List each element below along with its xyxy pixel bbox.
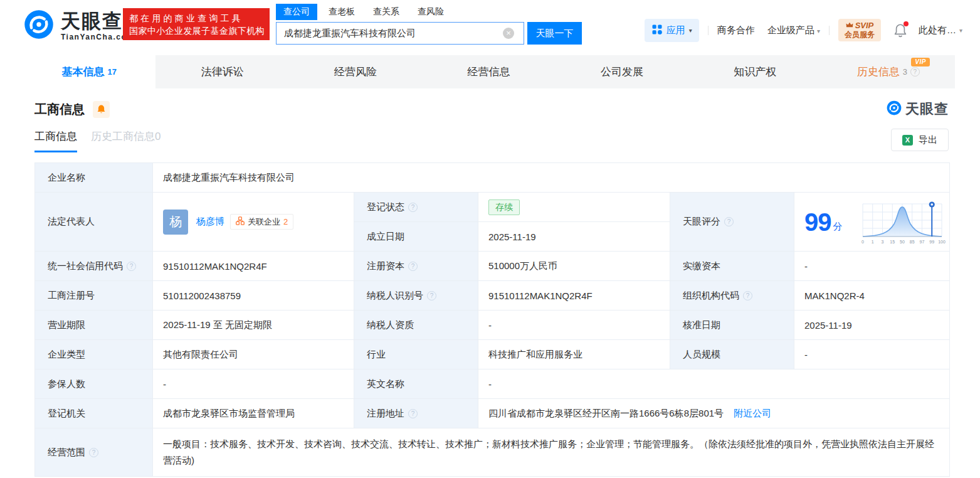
site-logo[interactable]: 天眼查 TianYanCha.com (23, 8, 134, 43)
org-code-label: 组织机构代码? (670, 281, 794, 311)
nearby-companies-link[interactable]: 附近公司 (734, 408, 771, 418)
avatar[interactable]: 杨 (163, 210, 188, 235)
svip-label: SVIP (855, 21, 874, 30)
tianyancha-eye-icon (23, 8, 55, 43)
search-tab-risk[interactable]: 查风险 (418, 6, 444, 18)
tianyan-score-value: 99 分 (794, 193, 950, 252)
tab-company-development[interactable]: 公司发展 (556, 55, 688, 88)
tab-legal-proceedings[interactable]: 法律诉讼 (155, 55, 288, 88)
watermark-logo: 天眼查 (886, 100, 949, 119)
apps-label: 应用 (667, 24, 685, 36)
registered-address-label: 注册地址? (354, 399, 478, 428)
registered-capital-value: 510000万人民币 (478, 252, 670, 281)
svg-text:99: 99 (929, 240, 934, 244)
insured-count-value: - (153, 369, 354, 399)
export-label: 导出 (919, 134, 937, 146)
tab-label: 法律诉讼 (201, 65, 244, 79)
insured-count-label: 参保人数 (35, 369, 153, 399)
status-badge: 存续 (488, 199, 520, 215)
related-companies-badge[interactable]: 关联企业 2 (230, 214, 293, 230)
registered-capital-label: 注册资本? (354, 252, 478, 281)
table-row: 企业名称 成都捷龙重振汽车科技有限公司 (35, 163, 950, 193)
related-companies-label: 关联企业 (248, 216, 280, 228)
help-icon[interactable]: ? (127, 262, 136, 271)
business-term-label: 营业期限 (35, 311, 153, 340)
svg-text:15: 15 (890, 240, 895, 244)
user-menu[interactable]: 此处有… ▾ (919, 24, 962, 36)
search-button[interactable]: 天眼一下 (527, 22, 582, 45)
table-row: 经营范围? 一般项目：技术服务、技术开发、技术咨询、技术交流、技术转让、技术推广… (35, 428, 950, 477)
subtabs-row: 工商信息 历史工商信息0 X 导出 (34, 127, 949, 152)
search-row: × 天眼一下 (276, 22, 582, 45)
registration-authority-label: 登记机关 (35, 399, 153, 428)
score-unit: 分 (833, 221, 843, 233)
search-tab-boss[interactable]: 查老板 (329, 6, 355, 18)
score-chart: 0 1 3 15 50 85 97 99 100 (859, 199, 946, 245)
paid-capital-value: - (794, 252, 950, 281)
export-button[interactable]: X 导出 (891, 129, 949, 151)
approval-date-value: 2025-11-19 (794, 311, 950, 340)
legal-rep-label: 法定代表人 (35, 193, 153, 252)
svg-text:3: 3 (882, 240, 884, 244)
clear-search-icon[interactable]: × (503, 28, 514, 39)
tab-label: 公司发展 (601, 65, 643, 79)
org-code-value: MAK1NQ2R-4 (794, 281, 950, 311)
help-icon[interactable]: ? (724, 217, 734, 226)
tab-label: 基本信息 (61, 65, 104, 79)
industry-label: 行业 (354, 340, 478, 369)
tab-intellectual-property[interactable]: 知识产权 (688, 55, 821, 88)
table-row: 统一社会信用代码? 91510112MAK1NQ2R4F 注册资本? 51000… (35, 252, 950, 281)
search-tab-relation[interactable]: 查关系 (373, 6, 399, 18)
business-scope-label: 经营范围? (35, 428, 153, 477)
tab-operating-risk[interactable]: 经营风险 (289, 55, 422, 88)
legal-rep-value: 杨 杨彦博 关联企业 (153, 193, 354, 252)
table-row: 法定代表人 杨 杨彦博 (35, 193, 950, 222)
establish-date-label: 成立日期 (354, 222, 478, 252)
help-icon[interactable]: ? (427, 291, 436, 300)
credit-code-value: 91510112MAK1NQ2R4F (153, 252, 354, 281)
nav-divider (829, 26, 830, 35)
registration-number-label: 工商注册号 (35, 281, 153, 311)
table-row: 参保人数 - 英文名称 - (35, 369, 950, 399)
enterprise-products-link[interactable]: 企业级产品 ▾ (767, 24, 820, 36)
subtab-history-registration[interactable]: 历史工商信息0 (91, 129, 161, 152)
notification-bell-button[interactable] (893, 23, 907, 38)
svg-text:1: 1 (872, 240, 874, 244)
watermark-brand: 天眼查 (905, 100, 949, 119)
credit-code-label: 统一社会信用代码? (35, 252, 153, 281)
business-term-value: 2025-11-19 至 无固定期限 (153, 311, 354, 340)
svg-text:0: 0 (861, 240, 864, 244)
help-icon[interactable]: ? (408, 203, 418, 212)
subtab-current-registration[interactable]: 工商信息 (34, 129, 77, 152)
search-tab-company[interactable]: 查公司 (276, 4, 317, 20)
related-companies-count: 2 (283, 217, 288, 226)
table-row: 营业期限 2025-11-19 至 无固定期限 纳税人资质 - 核准日期 202… (35, 311, 950, 340)
taxpayer-quality-label: 纳税人资质 (354, 311, 478, 340)
tab-count: 17 (107, 67, 116, 77)
chevron-down-icon: ▾ (817, 28, 820, 35)
tab-basic-info[interactable]: 基本信息 17 (23, 55, 155, 88)
tab-history-info[interactable]: VIP 历史信息 3 ? (822, 55, 955, 88)
svip-member-button[interactable]: SVIP 会员服务 (838, 19, 881, 41)
taxpayer-id-label: 纳税人识别号? (354, 281, 478, 311)
help-icon[interactable]: ? (743, 291, 752, 300)
tab-business-info[interactable]: 经营信息 (422, 55, 555, 88)
help-icon[interactable]: ? (408, 262, 418, 271)
search-input[interactable] (276, 22, 524, 45)
search-area: 查公司 查老板 查关系 查风险 × 天眼一下 (276, 4, 582, 45)
address-text: 四川省成都市龙泉驿区经开区南一路1666号6栋8层801号 (488, 408, 724, 418)
establish-date-value: 2025-11-19 (478, 222, 670, 252)
taxpayer-quality-value: - (478, 311, 670, 340)
help-icon[interactable]: ? (910, 67, 920, 77)
subscribe-bell-button[interactable] (93, 101, 110, 118)
svg-text:85: 85 (910, 240, 915, 244)
org-chart-icon (236, 216, 245, 227)
tab-label: 经营信息 (467, 65, 510, 79)
business-cooperation-link[interactable]: 商务合作 (717, 24, 755, 36)
legal-rep-link[interactable]: 杨彦博 (196, 216, 224, 228)
apps-menu[interactable]: 应用 ▾ (645, 19, 699, 42)
svg-text:50: 50 (900, 240, 905, 244)
registration-number-value: 510112002438759 (153, 281, 354, 311)
help-icon[interactable]: ? (408, 409, 418, 418)
help-icon[interactable]: ? (89, 448, 98, 457)
